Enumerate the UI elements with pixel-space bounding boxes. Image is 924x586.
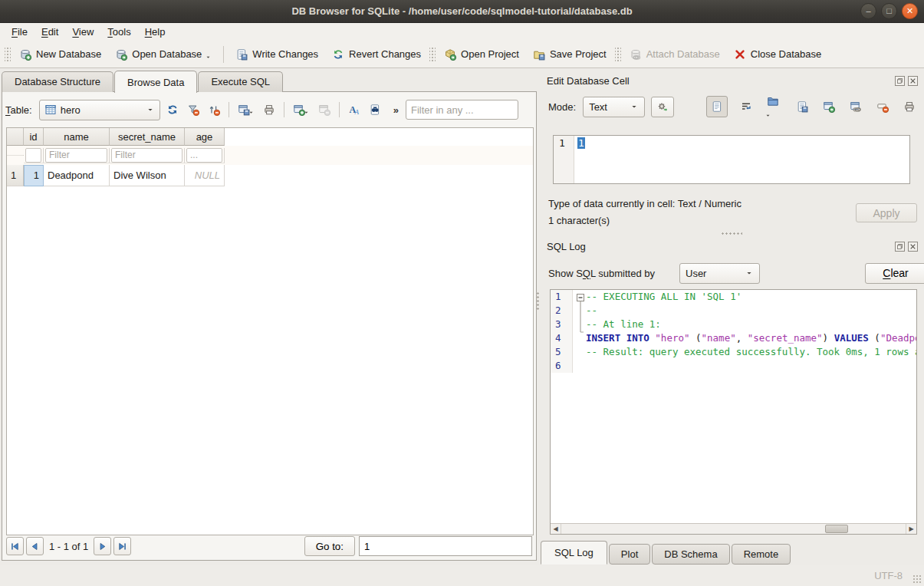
auto-apply-button[interactable] — [651, 97, 674, 117]
cell-id[interactable]: 1 — [24, 165, 44, 186]
refresh-button[interactable] — [164, 101, 181, 119]
toolbar-overflow-icon[interactable]: » — [393, 104, 399, 116]
goto-input[interactable] — [359, 536, 532, 556]
log-filter-select[interactable]: User — [679, 263, 760, 284]
write-changes-button[interactable]: Write Changes — [229, 44, 325, 64]
filter-cell-age — [185, 148, 225, 163]
print-cell-button[interactable] — [901, 98, 918, 116]
filter-any-input[interactable] — [406, 100, 518, 120]
fold-minus-icon[interactable] — [576, 293, 587, 341]
first-record-button[interactable] — [6, 537, 24, 555]
close-icon[interactable]: ✕ — [902, 3, 918, 19]
grid-corner-cell[interactable] — [7, 128, 24, 146]
table-select[interactable]: hero — [39, 100, 160, 120]
close-database-button[interactable]: Close Database — [727, 44, 829, 64]
menu-edit[interactable]: Edit — [35, 24, 65, 40]
filter-input-id[interactable] — [25, 148, 41, 163]
open-project-button[interactable]: Open Project — [437, 44, 526, 64]
caret-down-icon[interactable] — [248, 109, 255, 116]
row-number-cell[interactable]: 1 — [7, 165, 24, 186]
toolbar-handle[interactable] — [615, 46, 621, 63]
revert-changes-button[interactable]: Revert Changes — [325, 44, 428, 64]
filter-input-secret_name[interactable] — [111, 148, 182, 163]
new-record-button[interactable] — [291, 101, 312, 119]
bottom-tab-plot[interactable]: Plot — [609, 544, 650, 565]
cell-editor[interactable]: 1 1 — [553, 135, 910, 184]
sql-log-view[interactable]: 1-- EXECUTING ALL IN 'SQL 1'2--3-- At li… — [550, 289, 917, 535]
format-cell-button[interactable]: AA — [346, 101, 363, 119]
open-database-button[interactable]: Open Database — [108, 44, 219, 64]
scrollbar-thumb[interactable] — [825, 525, 848, 533]
mode-select[interactable]: Text — [583, 97, 645, 117]
cell-name[interactable]: Deadpond — [44, 165, 110, 186]
column-header-secret_name[interactable]: secret_name — [110, 128, 185, 146]
filter-input-name[interactable] — [45, 148, 107, 163]
bottom-tab-sql-log[interactable]: SQL Log — [541, 541, 607, 565]
goto-button[interactable]: Go to: — [304, 536, 355, 556]
maximize-icon[interactable]: □ — [881, 3, 897, 19]
chevron-down-icon — [146, 105, 155, 114]
column-header-age[interactable]: age — [185, 128, 225, 146]
copy-link-button[interactable] — [847, 98, 864, 116]
import-text-button[interactable] — [765, 92, 784, 121]
grid-header-row: idnamesecret_nameage — [7, 128, 533, 146]
toolbar-handle[interactable] — [429, 46, 436, 63]
float-panel-icon[interactable] — [895, 242, 905, 252]
print-table-button[interactable] — [261, 101, 278, 119]
apply-button[interactable]: Apply — [856, 203, 917, 222]
toolbar-separator — [284, 102, 284, 117]
menu-file[interactable]: File — [5, 24, 35, 40]
set-null-button[interactable] — [874, 98, 891, 116]
text-mode-button[interactable] — [706, 96, 728, 118]
export-table-button[interactable] — [235, 101, 257, 119]
word-wrap-button[interactable] — [738, 98, 755, 116]
log-line-code — [573, 359, 586, 373]
titlebar[interactable]: DB Browser for SQLite - /home/user/code/… — [0, 0, 924, 23]
scroll-right-icon[interactable]: ▶ — [906, 524, 916, 534]
menu-tools[interactable]: Tools — [100, 24, 137, 40]
column-header-name[interactable]: name — [44, 128, 110, 146]
toolbar-handle[interactable] — [5, 46, 11, 63]
find-in-table-button[interactable] — [367, 101, 383, 119]
log-line-number: 3 — [551, 318, 573, 331]
new-database-button[interactable]: New Database — [12, 44, 108, 64]
log-line: 5-- Result: query executed successfully.… — [551, 345, 916, 359]
log-horizontal-scrollbar[interactable]: ◀ ▶ — [551, 523, 916, 534]
export-text-button[interactable] — [794, 98, 811, 116]
clear-log-button[interactable]: Clear — [865, 263, 924, 284]
close-panel-icon[interactable] — [908, 76, 918, 86]
menu-view[interactable]: View — [65, 24, 100, 40]
caret-down-icon[interactable] — [205, 54, 212, 61]
open-database-icon — [115, 48, 127, 61]
save-project-button[interactable]: Save Project — [526, 44, 613, 64]
minimize-icon[interactable]: – — [860, 3, 876, 19]
clear-sorting-button[interactable] — [206, 101, 222, 119]
cell-secret_name[interactable]: Dive Wilson — [110, 165, 185, 186]
caret-down-icon[interactable] — [303, 109, 310, 116]
prev-record-button[interactable] — [26, 537, 44, 555]
caret-down-icon[interactable] — [765, 112, 771, 119]
bottom-tab-remote[interactable]: Remote — [732, 544, 791, 565]
cell-age[interactable]: NULL — [185, 165, 225, 186]
resize-grip-icon[interactable] — [912, 574, 922, 584]
dock-splitter-handle[interactable] — [721, 232, 742, 235]
log-line: 2-- — [551, 304, 916, 318]
menu-help[interactable]: Help — [138, 24, 173, 40]
tab-database-structure[interactable]: Database Structure — [2, 71, 113, 92]
log-token: "Deadpond — [880, 332, 916, 344]
tab-execute-sql[interactable]: Execute SQL — [198, 71, 283, 92]
bottom-tab-db-schema[interactable]: DB Schema — [652, 544, 729, 565]
log-token: -- — [586, 305, 597, 316]
last-record-button[interactable] — [113, 537, 131, 555]
clear-filters-button[interactable] — [185, 101, 202, 119]
tab-browse-data[interactable]: Browse Data — [114, 71, 197, 93]
close-panel-icon[interactable] — [908, 242, 918, 252]
next-record-button[interactable] — [94, 537, 111, 555]
open-in-app-button[interactable] — [820, 98, 837, 116]
scroll-left-icon[interactable]: ◀ — [551, 524, 561, 534]
log-line: 1-- EXECUTING ALL IN 'SQL 1' — [551, 290, 916, 304]
column-header-id[interactable]: id — [24, 128, 44, 146]
encoding-indicator[interactable]: UTF-8 — [874, 570, 903, 581]
float-panel-icon[interactable] — [895, 76, 905, 86]
filter-input-age[interactable] — [186, 148, 222, 163]
